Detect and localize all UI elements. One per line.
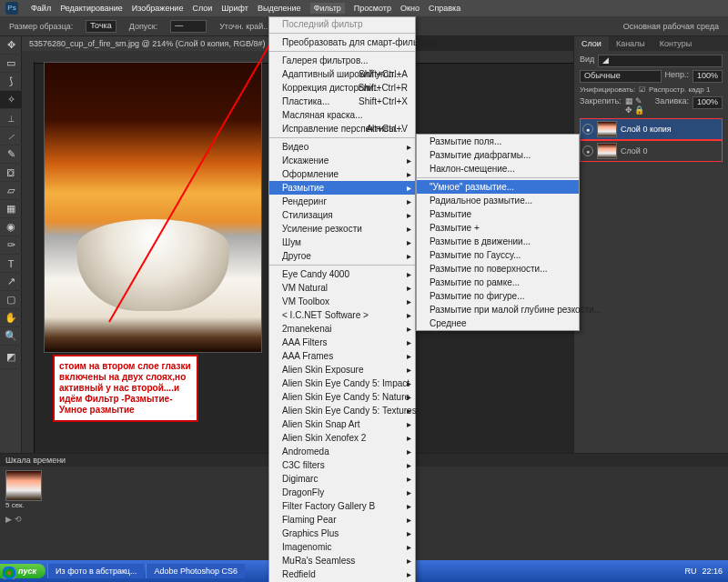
- lasso-tool[interactable]: ⟆: [0, 73, 22, 91]
- clock[interactable]: 22:16: [702, 567, 723, 576]
- path-tool[interactable]: ↗: [0, 273, 22, 291]
- frame-duration[interactable]: 5 сек.: [5, 501, 42, 509]
- taskbar-btn-1[interactable]: Из фото в абстракц...: [47, 564, 144, 578]
- mi-other[interactable]: Другое▸: [269, 249, 415, 263]
- fg-bg-swatch[interactable]: ◩: [0, 346, 22, 369]
- opt-sample[interactable]: Точка: [86, 20, 116, 33]
- mi-surface-blur[interactable]: Размытие по поверхности...: [417, 262, 579, 276]
- tab-layers[interactable]: Слои: [574, 36, 609, 51]
- mi-lens-blur[interactable]: Размытие при малой глубине резкости...: [417, 303, 579, 316]
- mi-plugin[interactable]: DragonFly▸: [269, 486, 415, 499]
- mi-plugin[interactable]: Alien Skin Exposure▸: [269, 363, 415, 376]
- eraser-tool[interactable]: ▱: [0, 182, 22, 200]
- mi-field-blur[interactable]: Размытие поля...: [417, 135, 579, 148]
- timeline-frame[interactable]: 5 сек.: [5, 470, 42, 509]
- mi-liquify[interactable]: Пластика...Shift+Ctrl+X: [269, 95, 415, 108]
- mi-iris-blur[interactable]: Размытие диафрагмы...: [417, 148, 579, 162]
- mi-video[interactable]: Видео▸: [269, 140, 415, 154]
- menu-help[interactable]: Справка: [429, 4, 460, 13]
- brush-tool[interactable]: ✎: [0, 146, 22, 164]
- blur-tool[interactable]: ◉: [0, 218, 22, 236]
- mi-motion-blur[interactable]: Размытие в движении...: [417, 235, 579, 248]
- mi-stylize[interactable]: Стилизация▸: [269, 208, 415, 222]
- eyedropper-tool[interactable]: ⟋: [0, 127, 22, 146]
- document-tab[interactable]: 53576280_cup_of_fire_sm.jpg @ 214% (Слой…: [22, 36, 273, 51]
- fill-field[interactable]: 100%: [693, 96, 723, 109]
- spread-checkbox[interactable]: ☑: [639, 85, 645, 94]
- mi-plugin[interactable]: Alien Skin Eye Candy 5: Textures▸: [269, 404, 415, 417]
- hand-tool[interactable]: ✋: [0, 309, 22, 327]
- pen-tool[interactable]: ✑: [0, 236, 22, 255]
- blend-mode[interactable]: Обычные: [580, 70, 662, 83]
- mi-plugin[interactable]: Redfield▸: [269, 567, 415, 581]
- mi-distort[interactable]: Искажение▸: [269, 154, 415, 167]
- wand-tool[interactable]: ✧: [0, 91, 22, 109]
- menu-image[interactable]: Изображение: [132, 4, 184, 13]
- opt-refine[interactable]: Уточн. край...: [219, 22, 270, 31]
- mi-box-blur[interactable]: Размытие по рамке...: [417, 276, 579, 289]
- mi-plugin[interactable]: VM Natural▸: [269, 281, 415, 295]
- mi-blur-more[interactable]: Размытие +: [417, 221, 579, 235]
- type-tool[interactable]: T: [0, 255, 22, 273]
- mi-plugin[interactable]: Alien Skin Eye Candy 5: Nature▸: [269, 390, 415, 404]
- mi-blur-basic[interactable]: Размытие: [417, 207, 579, 221]
- menu-layers[interactable]: Слои: [192, 4, 212, 13]
- taskbar-btn-2[interactable]: Adobe Photoshop CS6: [146, 564, 245, 578]
- start-button[interactable]: пуск: [0, 564, 46, 578]
- mi-gaussian-blur[interactable]: Размытие по Гауссу...: [417, 248, 579, 262]
- system-tray[interactable]: RU 22:16: [679, 567, 728, 576]
- mi-plugin[interactable]: Imagenomic▸: [269, 540, 415, 554]
- crop-tool[interactable]: ⟂: [0, 109, 22, 127]
- lock-icons[interactable]: ▦ ✎ ✥ 🔒: [625, 96, 652, 115]
- mi-plugin[interactable]: VM Toolbox▸: [269, 295, 415, 308]
- menu-edit[interactable]: Редактирование: [60, 4, 123, 13]
- opt-tolerance[interactable]: —: [170, 20, 207, 33]
- menu-type[interactable]: Шрифт: [221, 4, 248, 13]
- kind-filter[interactable]: ◢: [598, 55, 723, 67]
- menu-filter[interactable]: Фильтр: [310, 3, 345, 14]
- mi-plugin[interactable]: C3C filters▸: [269, 458, 415, 472]
- menu-view[interactable]: Просмотр: [354, 4, 391, 13]
- menu-file[interactable]: Файл: [31, 4, 51, 13]
- visibility-toggle[interactable]: ●: [582, 146, 593, 156]
- lang-indicator[interactable]: RU: [684, 567, 696, 576]
- mi-blur[interactable]: Размытие▸: [269, 181, 415, 195]
- mi-vanishing[interactable]: Исправление перспективы...Alt+Ctrl+V: [269, 122, 415, 135]
- mi-plugin[interactable]: Graphics Plus▸: [269, 527, 415, 540]
- mi-plugin[interactable]: < I.C.NET Software >▸: [269, 308, 415, 322]
- mi-plugin[interactable]: AAA Frames▸: [269, 349, 415, 363]
- mi-render[interactable]: Рендеринг▸: [269, 195, 415, 208]
- stamp-tool[interactable]: ⛋: [0, 164, 22, 182]
- mi-adaptive[interactable]: Адаптивный широкий угол...Shift+Ctrl+A: [269, 67, 415, 81]
- tab-paths[interactable]: Контуры: [652, 36, 699, 51]
- mi-shape-blur[interactable]: Размытие по фигуре...: [417, 289, 579, 303]
- canvas[interactable]: [44, 62, 262, 353]
- mi-radial-blur[interactable]: Радиальное размытие...: [417, 194, 579, 207]
- mi-plugin[interactable]: Alien Skin Eye Candy 5: Impact▸: [269, 376, 415, 390]
- mi-tilt-shift[interactable]: Наклон-смещение...: [417, 162, 579, 176]
- opacity-field[interactable]: 100%: [693, 70, 723, 83]
- mi-plugin[interactable]: Alien Skin Xenofex 2▸: [269, 431, 415, 445]
- mi-plugin[interactable]: Alien Skin Snap Art▸: [269, 417, 415, 431]
- zoom-tool[interactable]: 🔍: [0, 327, 22, 346]
- workspace-switcher[interactable]: Основная рабочая среда: [623, 22, 719, 31]
- menu-select[interactable]: Выделение: [258, 4, 301, 13]
- menu-window[interactable]: Окно: [400, 4, 420, 13]
- tab-channels[interactable]: Каналы: [609, 36, 652, 51]
- mi-smart-convert[interactable]: Преобразовать для смарт-фильтров: [269, 35, 415, 49]
- mi-sharpen[interactable]: Усиление резкости▸: [269, 222, 415, 236]
- move-tool[interactable]: ✥: [0, 36, 22, 55]
- mi-gallery[interactable]: Галерея фильтров...: [269, 54, 415, 67]
- mi-plugin[interactable]: Digimarc▸: [269, 472, 415, 486]
- mi-oil[interactable]: Масляная краска...: [269, 108, 415, 122]
- visibility-toggle[interactable]: ●: [582, 124, 593, 135]
- shape-tool[interactable]: ▢: [0, 291, 22, 309]
- marquee-tool[interactable]: ▭: [0, 55, 22, 73]
- layer-row-active[interactable]: ● Слой 0 копия: [580, 118, 723, 140]
- gradient-tool[interactable]: ▦: [0, 200, 22, 218]
- mi-plugin[interactable]: Flaming Pear▸: [269, 513, 415, 527]
- mi-average[interactable]: Среднее: [417, 316, 579, 330]
- mi-plugin[interactable]: Andromeda▸: [269, 445, 415, 458]
- mi-lens[interactable]: Коррекция дисторсии...Shift+Ctrl+R: [269, 81, 415, 95]
- mi-plugin[interactable]: AAA Filters▸: [269, 336, 415, 349]
